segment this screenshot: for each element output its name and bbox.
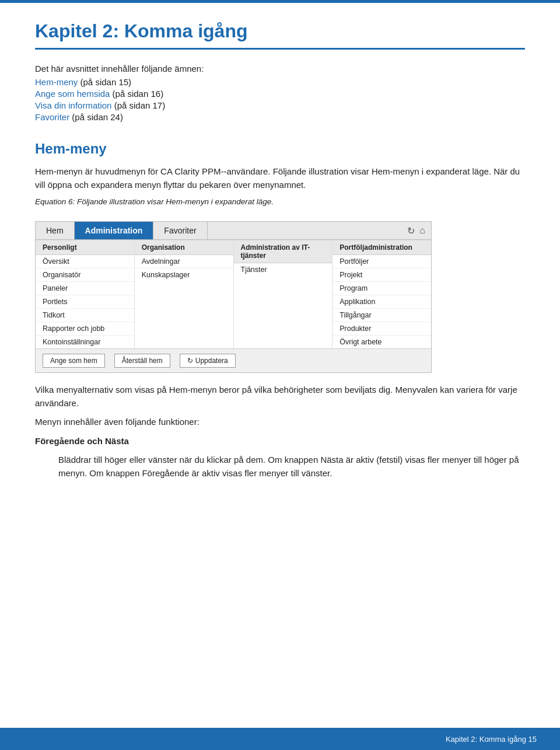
indented-text: Bläddrar till höger eller vänster när du…	[58, 454, 525, 480]
section-heading: Hem-meny	[35, 141, 525, 157]
col-header-organisation: Organisation	[135, 240, 233, 255]
aterstall-hem-button[interactable]: Återställ hem	[114, 354, 170, 368]
link-ref: (på sidan 17)	[114, 100, 166, 110]
menu-screenshot: Hem Administration Favoriter ↻ ⌂ Personl…	[35, 221, 432, 373]
ange-som-hem-button[interactable]: Ange som hem	[43, 354, 105, 368]
caption-text: Equation 6: Följande illustration visar …	[35, 197, 525, 206]
col-organisation: Organisation Avdelningar Kunskapslager	[135, 240, 234, 348]
intro-text: Det här avsnittet innehåller följande äm…	[35, 64, 525, 74]
bold-label: Föregående och Nästa	[35, 436, 129, 446]
visa-din-info-link[interactable]: Visa din information	[35, 100, 111, 110]
menu-item-oversikt[interactable]: Översikt	[36, 255, 134, 268]
col-header-it-tjanster: Administration av IT-tjänster	[234, 240, 332, 263]
menu-item-avdelningar[interactable]: Avdelningar	[135, 255, 233, 268]
col-personligt: Personligt Översikt Organisatör Paneler …	[36, 240, 135, 348]
body-text-2: Vilka menyalternativ som visas på Hem-me…	[35, 383, 525, 410]
tab-hem[interactable]: Hem	[36, 222, 75, 239]
body-text-1: Hem-menyn är huvudmenyn för CA Clarity P…	[35, 165, 525, 191]
refresh-icon[interactable]: ↻	[407, 225, 415, 236]
hem-meny-link[interactable]: Hem-meny	[35, 77, 78, 87]
link-list: Hem-meny (på sidan 15) Ange som hemsida …	[35, 77, 525, 122]
menu-item-projekt[interactable]: Projekt	[332, 268, 431, 282]
menu-bar: Hem Administration Favoriter ↻ ⌂	[36, 222, 431, 240]
menu-item-organisator[interactable]: Organisatör	[36, 268, 134, 282]
menu-bottom-bar: Ange som hem Återställ hem ↻ Uppdatera	[36, 348, 431, 372]
body-text-3: Menyn innehåller även följande funktione…	[35, 416, 525, 429]
menu-item-produkter[interactable]: Produkter	[332, 322, 431, 336]
menu-item-tidkort[interactable]: Tidkort	[36, 309, 134, 322]
tab-favoriter[interactable]: Favoriter	[153, 222, 207, 239]
bold-section-heading: Föregående och Nästa	[35, 435, 525, 448]
menu-item-rapporter[interactable]: Rapporter och jobb	[36, 322, 134, 336]
list-item: Favoriter (på sidan 24)	[35, 112, 525, 122]
list-item: Hem-meny (på sidan 15)	[35, 77, 525, 87]
refresh-small-icon: ↻	[187, 357, 193, 365]
col-header-portfolj: Portföljadministration	[332, 240, 431, 255]
col-header-personligt: Personligt	[36, 240, 134, 255]
main-content: Kapitel 2: Komma igång Det här avsnittet…	[0, 3, 560, 518]
page-footer: Kapitel 2: Komma igång 15	[0, 728, 560, 750]
menu-item-kontoinst[interactable]: Kontoinställningar	[36, 336, 134, 348]
col-portfolj: Portföljadministration Portföljer Projek…	[332, 240, 431, 348]
uppdatera-label: Uppdatera	[195, 357, 228, 365]
col-it-tjanster: Administration av IT-tjänster Tjänster	[234, 240, 333, 348]
uppdatera-button[interactable]: ↻ Uppdatera	[180, 354, 236, 368]
link-ref: (på sidan 15)	[80, 77, 132, 87]
favoriter-link[interactable]: Favoriter	[35, 112, 69, 122]
footer-text: Kapitel 2: Komma igång 15	[446, 735, 537, 744]
menu-item-kunskapslager[interactable]: Kunskapslager	[135, 268, 233, 281]
menu-dropdown: Personligt Översikt Organisatör Paneler …	[36, 240, 431, 348]
link-ref: (på sidan 16)	[113, 89, 164, 99]
menu-item-tjanster[interactable]: Tjänster	[234, 263, 332, 276]
menu-item-ovrigt[interactable]: Övrigt arbete	[332, 336, 431, 348]
list-item: Visa din information (på sidan 17)	[35, 100, 525, 110]
chapter-title: Kapitel 2: Komma igång	[35, 20, 525, 50]
menu-item-program[interactable]: Program	[332, 282, 431, 295]
list-item: Ange som hemsida (på sidan 16)	[35, 89, 525, 99]
menu-item-applikation[interactable]: Applikation	[332, 295, 431, 309]
menu-icons: ↻ ⌂	[401, 222, 431, 239]
menu-item-paneler[interactable]: Paneler	[36, 282, 134, 295]
ange-som-hemsida-link[interactable]: Ange som hemsida	[35, 89, 110, 99]
menu-item-portlets[interactable]: Portlets	[36, 295, 134, 309]
tab-administration[interactable]: Administration	[75, 222, 154, 239]
menu-item-tillgangar[interactable]: Tillgångar	[332, 309, 431, 322]
home-icon[interactable]: ⌂	[419, 225, 425, 236]
link-ref: (på sidan 24)	[72, 112, 123, 122]
menu-item-portfoljer[interactable]: Portföljer	[332, 255, 431, 268]
